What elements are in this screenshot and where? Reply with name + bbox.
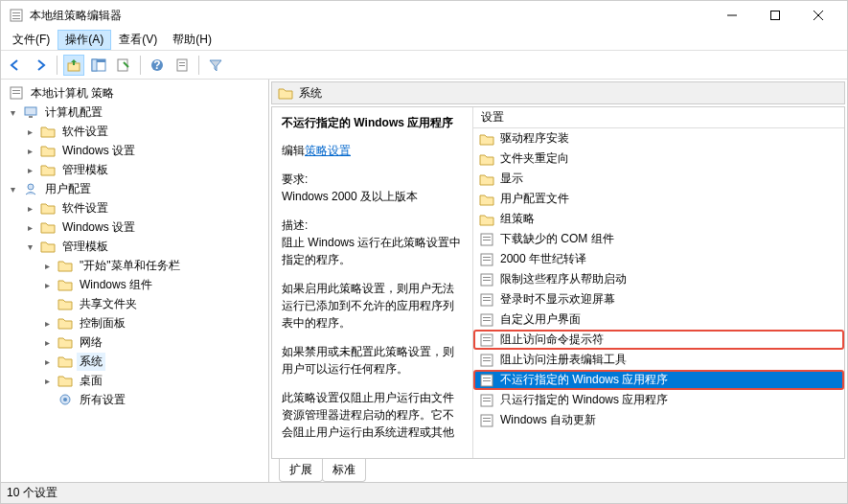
folder-icon — [57, 315, 73, 331]
close-button[interactable] — [796, 1, 839, 30]
menu-view[interactable]: 查看(V) — [111, 30, 165, 50]
collapse-icon[interactable]: ▾ — [24, 241, 36, 253]
properties-button[interactable] — [172, 55, 193, 76]
svg-rect-16 — [179, 62, 185, 63]
tree-windows[interactable]: ▸Windows 设置 — [1, 141, 268, 160]
list-label: 登录时不显示欢迎屏幕 — [500, 291, 615, 308]
list-item-folder[interactable]: 用户配置文件 — [473, 189, 844, 209]
expand-icon[interactable]: ▸ — [41, 375, 54, 387]
list-label: 文件夹重定向 — [500, 150, 569, 167]
expand-icon[interactable]: ▸ — [41, 260, 54, 272]
titlebar: 本地组策略编辑器 — [1, 1, 847, 30]
expand-icon[interactable]: ▸ — [24, 221, 36, 234]
setting-icon — [479, 393, 494, 408]
list-item-setting[interactable]: 只运行指定的 Windows 应用程序 — [473, 390, 844, 410]
list-item-folder[interactable]: 显示 — [473, 169, 844, 189]
tree-control-panel[interactable]: ▸控制面板 — [1, 313, 268, 332]
show-hide-tree-button[interactable] — [88, 55, 109, 76]
toolbar: ? — [1, 51, 847, 80]
collapse-icon[interactable]: ▾ — [7, 106, 19, 119]
column-header-settings[interactable]: 设置 — [473, 107, 844, 128]
tree-root[interactable]: 本地计算机 策略 — [1, 83, 268, 103]
tree-label: 管理模板 — [59, 161, 111, 179]
tree-label: 控制面板 — [77, 314, 128, 332]
tabs: 扩展 标准 — [271, 459, 845, 482]
tree-pane[interactable]: 本地计算机 策略 ▾ 计算机配置 ▸软件设置 ▸Windows 设置 ▸管理模板… — [1, 80, 269, 482]
tree-shared-folders[interactable]: 共享文件夹 — [1, 294, 268, 313]
svg-rect-40 — [483, 320, 491, 321]
expand-icon[interactable]: ▸ — [41, 317, 54, 330]
desc-p4: 此策略设置仅阻止用户运行由文件资源管理器进程启动的程序。它不会阻止用户运行由系统… — [282, 389, 463, 441]
tree-win-components[interactable]: ▸Windows 组件 — [1, 275, 268, 294]
folder-icon — [479, 131, 494, 147]
list-item-setting[interactable]: 登录时不显示欢迎屏幕 — [473, 289, 844, 309]
minimize-button[interactable] — [710, 1, 753, 30]
svg-rect-17 — [179, 65, 185, 66]
tab-standard[interactable]: 标准 — [322, 459, 366, 482]
tree-label: 管理模板 — [59, 238, 111, 256]
filter-button[interactable] — [205, 55, 226, 76]
list-item-setting[interactable]: 阻止访问注册表编辑工具 — [473, 350, 844, 370]
svg-rect-43 — [483, 340, 491, 341]
tree-software[interactable]: ▸软件设置 — [1, 198, 268, 218]
menu-action[interactable]: 操作(A) — [57, 30, 111, 50]
tree-system[interactable]: ▸系统 — [1, 352, 268, 371]
tree-desktop[interactable]: ▸桌面 — [1, 371, 268, 390]
expand-icon[interactable]: ▸ — [41, 279, 54, 291]
collapse-icon[interactable]: ▾ — [7, 183, 19, 195]
tree-user-config[interactable]: ▾用户配置 — [1, 179, 268, 198]
list-item-setting[interactable]: 限制这些程序从帮助启动 — [473, 269, 844, 289]
maximize-button[interactable] — [753, 1, 796, 30]
tab-extended[interactable]: 扩展 — [279, 459, 323, 482]
folder-icon — [479, 172, 494, 187]
menu-file[interactable]: 文件(F) — [5, 30, 57, 50]
tree-label: 共享文件夹 — [77, 295, 140, 313]
svg-rect-36 — [483, 297, 491, 298]
menu-help[interactable]: 帮助(H) — [165, 30, 219, 50]
up-button[interactable] — [63, 55, 84, 76]
list-item-setting[interactable]: 下载缺少的 COM 组件 — [473, 229, 844, 249]
expand-icon[interactable]: ▸ — [24, 202, 36, 215]
desc-description: 描述: 阻止 Windows 运行在此策略设置中指定的程序。 — [282, 217, 463, 268]
list-item-setting-highlighted[interactable]: 阻止访问命令提示符 — [473, 330, 844, 350]
status-text: 10 个设置 — [7, 485, 57, 501]
svg-text:?: ? — [153, 58, 160, 72]
expand-icon[interactable]: ▸ — [24, 164, 36, 176]
list-item-setting[interactable]: 自定义用户界面 — [473, 309, 844, 330]
tree-network[interactable]: ▸网络 — [1, 332, 268, 352]
tree-label: 系统 — [77, 353, 105, 371]
list-item-folder[interactable]: 组策略 — [473, 209, 844, 229]
tree-all-settings[interactable]: 所有设置 — [1, 390, 268, 409]
list-item-folder[interactable]: 驱动程序安装 — [473, 128, 844, 149]
desc-title: 不运行指定的 Windows 应用程序 — [282, 115, 463, 131]
list-item-folder[interactable]: 文件夹重定向 — [473, 149, 844, 169]
tree-computer-config[interactable]: ▾ 计算机配置 — [1, 103, 268, 122]
svg-rect-33 — [483, 277, 491, 278]
tree-admin[interactable]: ▸管理模板 — [1, 160, 268, 179]
tree-start-taskbar[interactable]: ▸"开始"菜单和任务栏 — [1, 256, 268, 275]
list-item-setting[interactable]: Windows 自动更新 — [473, 410, 844, 430]
tree-software[interactable]: ▸软件设置 — [1, 122, 268, 141]
list-item-setting[interactable]: 2000 年世纪转译 — [473, 249, 844, 269]
tree-windows[interactable]: ▸Windows 设置 — [1, 218, 268, 237]
svg-rect-1 — [12, 12, 20, 13]
back-button[interactable] — [5, 55, 26, 76]
edit-policy-link[interactable]: 策略设置 — [305, 144, 351, 157]
help-button[interactable]: ? — [147, 55, 168, 76]
list-label: 驱动程序安装 — [500, 130, 569, 147]
expand-icon[interactable]: ▸ — [24, 126, 36, 138]
expand-icon[interactable]: ▸ — [24, 145, 36, 157]
export-button[interactable] — [113, 55, 134, 76]
list-label: Windows 自动更新 — [500, 412, 596, 428]
list-label: 组策略 — [500, 211, 535, 227]
expand-icon[interactable]: ▸ — [41, 355, 54, 368]
forward-button[interactable] — [30, 55, 51, 76]
tree-admin[interactable]: ▾管理模板 — [1, 237, 268, 256]
list-item-setting-selected[interactable]: 不运行指定的 Windows 应用程序 — [473, 370, 844, 390]
svg-rect-5 — [770, 11, 779, 20]
expand-icon[interactable]: ▸ — [41, 336, 54, 349]
settings-list[interactable]: 设置 驱动程序安装 文件夹重定向 显示 用户配置文件 组策略 下载缺少的 COM… — [473, 107, 844, 458]
list-label: 阻止访问命令提示符 — [500, 332, 604, 348]
svg-rect-30 — [483, 257, 491, 258]
list-label: 显示 — [500, 171, 523, 187]
